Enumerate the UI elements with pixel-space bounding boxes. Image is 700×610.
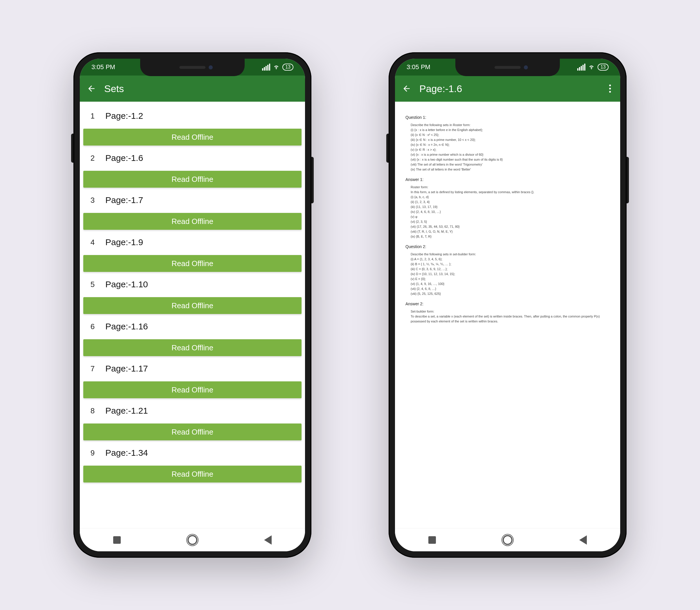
row-title: Page:-1.2	[100, 111, 143, 121]
answer-2-heading: Answer 2:	[405, 301, 610, 307]
page-title: Page:-1.6	[419, 83, 599, 94]
nav-back-icon[interactable]	[579, 535, 587, 545]
status-right: 13	[577, 64, 609, 70]
signal-icon	[262, 64, 270, 70]
answer-2-intro: Set-builder form:To describe a set, a va…	[405, 309, 610, 324]
row-index: 8	[86, 406, 100, 415]
more-menu-icon[interactable]	[607, 84, 613, 93]
nav-home-icon[interactable]	[503, 535, 513, 545]
row-title: Page:-1.21	[100, 406, 148, 416]
row-title: Page:-1.10	[100, 279, 148, 289]
nav-back-icon[interactable]	[264, 535, 272, 545]
list-item[interactable]: 2 Page:-1.6	[80, 146, 305, 171]
question-1-body: Describe the following sets in Roster fo…	[405, 123, 610, 172]
status-time: 3:05 PM	[406, 63, 430, 71]
app-bar: Page:-1.6	[395, 76, 620, 102]
question-2-body: Describe the following sets in set-build…	[405, 252, 610, 296]
row-index: 1	[86, 112, 100, 121]
read-offline-button[interactable]: Read Offline	[83, 423, 302, 440]
row-title: Page:-1.17	[100, 364, 148, 373]
list-item[interactable]: 7 Page:-1.17	[80, 356, 305, 381]
row-index: 2	[86, 154, 100, 163]
signal-icon	[577, 64, 585, 70]
list-item[interactable]: 8 Page:-1.21	[80, 398, 305, 423]
list-item[interactable]: 1 Page:-1.2	[80, 103, 305, 129]
row-title: Page:-1.16	[100, 322, 148, 332]
android-nav-bar	[80, 528, 305, 551]
battery-icon: 13	[598, 64, 609, 70]
front-camera	[209, 65, 213, 69]
row-index: 7	[86, 364, 100, 373]
read-offline-button[interactable]: Read Offline	[83, 466, 302, 482]
question-1-heading: Question 1:	[405, 114, 610, 121]
app-bar: Sets	[80, 76, 305, 102]
content-document[interactable]: Question 1: Describe the following sets …	[395, 102, 620, 528]
notch	[455, 59, 560, 76]
notch	[140, 59, 245, 76]
nav-recents-icon[interactable]	[428, 536, 436, 544]
row-index: 9	[86, 449, 100, 458]
screen-right: 3:05 PM 13 Page:-1.6 Question 1: Describ…	[395, 59, 620, 551]
back-button[interactable]	[402, 84, 411, 93]
read-offline-button[interactable]: Read Offline	[83, 171, 302, 188]
row-title: Page:-1.34	[100, 448, 148, 458]
screen-left: 3:05 PM 13 Sets 1 Page:-1.2Read Offline2…	[80, 59, 305, 551]
list-item[interactable]: 3 Page:-1.7	[80, 188, 305, 213]
read-offline-button[interactable]: Read Offline	[83, 129, 302, 146]
list-item[interactable]: 4 Page:-1.9	[80, 230, 305, 255]
speaker	[495, 66, 521, 69]
row-title: Page:-1.9	[100, 237, 143, 247]
back-button[interactable]	[87, 84, 96, 93]
speaker	[179, 66, 205, 69]
read-offline-button[interactable]: Read Offline	[83, 339, 302, 356]
row-index: 4	[86, 238, 100, 247]
status-right: 13	[262, 64, 294, 70]
answer-1-body: Roster form:In this form, a set is defin…	[405, 185, 610, 239]
nav-recents-icon[interactable]	[113, 536, 121, 544]
front-camera	[524, 65, 528, 69]
page-title: Sets	[104, 83, 298, 94]
read-offline-button[interactable]: Read Offline	[83, 213, 302, 230]
list-item[interactable]: 9 Page:-1.34	[80, 440, 305, 466]
status-time: 3:05 PM	[91, 63, 115, 71]
row-index: 5	[86, 280, 100, 289]
wifi-icon	[588, 64, 595, 70]
android-nav-bar	[395, 528, 620, 551]
content-list[interactable]: 1 Page:-1.2Read Offline2 Page:-1.6Read O…	[80, 102, 305, 528]
read-offline-button[interactable]: Read Offline	[83, 297, 302, 314]
row-index: 3	[86, 196, 100, 205]
list-item[interactable]: 6 Page:-1.16	[80, 314, 305, 339]
phone-left: 3:05 PM 13 Sets 1 Page:-1.2Read Offline2…	[73, 52, 312, 558]
read-offline-button[interactable]: Read Offline	[83, 255, 302, 272]
answer-1-heading: Answer 1:	[405, 177, 610, 183]
row-index: 6	[86, 322, 100, 331]
question-2-heading: Question 2:	[405, 244, 610, 250]
list-item[interactable]: 5 Page:-1.10	[80, 272, 305, 297]
read-offline-button[interactable]: Read Offline	[83, 381, 302, 398]
nav-home-icon[interactable]	[187, 535, 197, 545]
battery-icon: 13	[282, 64, 294, 70]
phone-right: 3:05 PM 13 Page:-1.6 Question 1: Describ…	[388, 52, 627, 558]
row-title: Page:-1.6	[100, 153, 143, 163]
row-title: Page:-1.7	[100, 195, 143, 205]
wifi-icon	[273, 64, 280, 70]
